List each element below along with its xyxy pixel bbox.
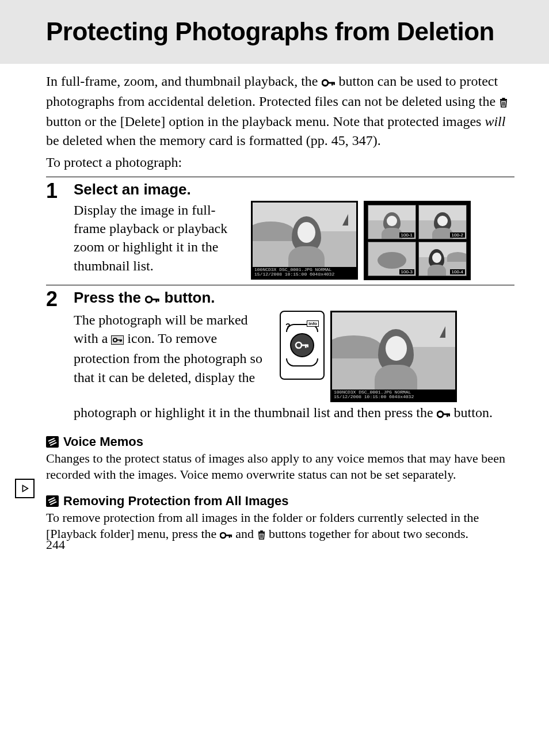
svg-rect-5 [502,98,505,99]
note-title: Voice Memos [63,434,143,449]
svg-rect-28 [447,414,448,417]
camera-protect-button-diagram: ? info [280,311,325,380]
svg-rect-4 [500,99,507,100]
svg-rect-12 [158,299,159,301]
svg-rect-27 [443,414,449,415]
thumbnail: 100-3 [368,242,416,276]
svg-point-18 [296,342,302,348]
step-1: 1 Select an image. Display the image in … [46,181,514,280]
svg-point-30 [220,533,226,538]
step-2-text-top: The photograph will be marked with a ico… [74,311,269,403]
svg-rect-3 [333,82,335,85]
svg-point-0 [322,80,328,86]
thumbnail: 100-4 [418,242,467,276]
note-icon [46,495,59,507]
divider [46,285,514,285]
step-2-text-bottom: photograph or highlight it in the thumbn… [74,403,514,423]
svg-point-26 [437,411,443,417]
step-2-title: Press the button. [74,289,514,308]
step-number: 2 [46,289,64,310]
page-number: 244 [46,537,65,552]
note-icon [46,436,59,448]
step-2: 2 Press the button. The photograph will … [46,289,514,424]
step-1-title: Select an image. [74,181,514,198]
protect-key-icon [437,405,451,423]
note-body: To remove protection from all images in … [46,510,514,544]
divider [46,177,514,177]
svg-rect-35 [260,530,263,532]
svg-point-9 [146,296,152,303]
step-2-illustrations: ? info [280,311,457,403]
note-voice-memos: Voice Memos Changes to the protect statu… [46,434,514,483]
lcd-thumbnails: 100-1 100-2 100-3 100-4 [364,201,471,280]
lcd-fullframe: 1/10 100NCD3X DSC_0001.JPG NORMAL [251,201,358,280]
intro-paragraph: In full-frame, zoom, and thumbnail playb… [46,72,514,150]
svg-rect-31 [225,535,231,537]
note-body: Changes to the protect status of images … [46,450,514,483]
playback-tab-icon [15,479,35,498]
step-1-text: Display the image in full-frame playback… [74,201,241,280]
svg-rect-10 [151,299,159,300]
protect-key-icon [220,528,232,544]
svg-marker-40 [22,486,28,492]
svg-rect-20 [305,344,307,348]
svg-rect-17 [121,339,123,341]
svg-rect-34 [258,532,264,533]
svg-rect-32 [228,535,230,539]
svg-rect-2 [331,82,333,85]
thumbnail: 100-1 [368,205,416,239]
protect-key-icon [290,333,314,357]
protect-badge-icon [111,331,124,349]
svg-rect-21 [307,344,308,347]
svg-rect-16 [120,339,121,342]
info-label: info [307,320,319,327]
note-title: Removing Protection from All Images [63,494,289,509]
page-title: Protecting Photographs from Deletion [46,17,514,47]
trash-icon [257,528,266,544]
svg-rect-15 [117,339,122,341]
protect-key-icon [145,291,160,308]
lcd-protected: 1/10 100NCD3X DSC_0001.JPG NORMAL [330,311,457,403]
trash-icon [499,94,508,112]
step-1-illustrations: 1/10 100NCD3X DSC_0001.JPG NORMAL [251,201,471,280]
svg-rect-1 [327,82,334,83]
svg-rect-11 [156,299,158,302]
svg-rect-19 [301,344,308,346]
header-band: Protecting Photographs from Deletion [0,0,549,64]
note-remove-all: Removing Protection from All Images To r… [46,494,514,544]
svg-rect-29 [448,414,450,417]
help-icon: ? [285,322,291,331]
protect-key-icon [322,74,336,92]
lead-line: To protect a photograph: [46,153,514,171]
thumbnail: 100-2 [418,205,467,239]
step-number: 1 [46,181,64,201]
svg-rect-33 [230,535,231,538]
